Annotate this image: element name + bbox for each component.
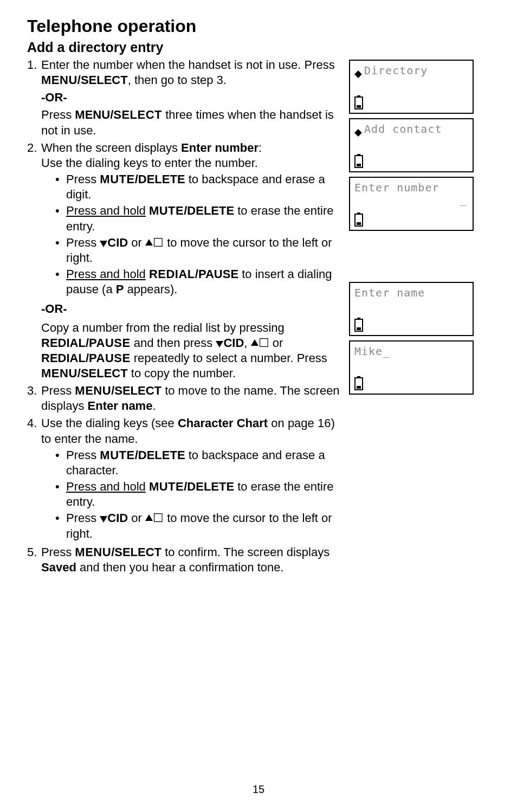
lcd-add-contact: Add contact — [349, 118, 474, 172]
step-number: 1. — [27, 57, 41, 88]
step5-tail: and then you hear a confirmation tone. — [76, 560, 284, 574]
delete-label: /DELETE — [135, 448, 185, 462]
lcd-directory: Directory — [349, 60, 474, 114]
battery-icon — [354, 95, 363, 109]
select-label: /SELECT — [111, 384, 161, 397]
mute-label: MUTE — [149, 204, 184, 217]
step3-text: Press — [41, 384, 75, 397]
or-text: or — [128, 236, 145, 249]
lcd-enter-name: Enter name — [349, 282, 474, 336]
select-label: SELECT — [113, 108, 162, 121]
comma: , — [244, 336, 250, 350]
step-number: 5. — [27, 545, 41, 575]
bullet-text: Press — [66, 172, 100, 186]
select-label: /SELECT — [77, 366, 128, 380]
step4-text: Use the dialing keys (see — [41, 416, 178, 430]
bullet-text: Press — [66, 448, 100, 462]
book-icon: ☐ — [153, 236, 164, 249]
bullet-tail: appears). — [124, 282, 177, 296]
battery-icon — [354, 212, 363, 227]
step2-text: When the screen displays — [41, 141, 181, 154]
step1-tail: , then go to step 3. — [128, 73, 227, 87]
step-number: 4. — [27, 416, 41, 542]
svg-rect-3 — [357, 105, 361, 108]
lcd-text: Mike_ — [354, 345, 390, 358]
menu-label: MENU — [41, 366, 77, 380]
down-triangle-icon — [100, 241, 107, 247]
char-chart-label: Character Chart — [178, 416, 268, 430]
select-label: /SELECT — [111, 545, 161, 559]
down-triangle-icon — [100, 516, 107, 523]
enter-name-label: Enter name — [88, 399, 153, 413]
period: . — [152, 399, 156, 413]
cid-label: CID — [107, 236, 128, 249]
up-triangle-icon — [145, 514, 153, 521]
section-heading: Add a directory entry — [27, 40, 490, 55]
diamond-icon — [354, 125, 362, 133]
press-menu-text: Press — [41, 108, 75, 121]
mute-label: MUTE — [100, 172, 134, 186]
step-number: 3. — [27, 383, 41, 414]
select-label: /SELECT — [77, 73, 128, 87]
pause-label: PAUSE — [89, 351, 131, 365]
redial-label: REDIAL — [149, 267, 195, 281]
or-label: -OR- — [41, 91, 67, 104]
bullet-text: Press — [66, 236, 100, 249]
mute-label: MUTE — [100, 448, 134, 462]
press-hold-text: Press and hold — [66, 480, 146, 493]
page-title: Telephone operation — [27, 16, 490, 36]
lcd-text: Directory — [364, 64, 428, 77]
saved-label: Saved — [41, 560, 76, 574]
delete-label: /DELETE — [184, 480, 234, 493]
down-triangle-icon — [216, 341, 223, 347]
copy-mid2: repeatedly to select a number. Press — [131, 351, 327, 365]
or-label: -OR- — [41, 302, 67, 315]
svg-rect-16 — [357, 386, 361, 389]
copy-text: Copy a number from the redial list by pr… — [41, 321, 285, 334]
bullet-tail: to move the cursor to the left or right. — [66, 511, 332, 540]
step5-text: Press — [41, 545, 75, 559]
cursor-icon: _ — [460, 193, 467, 206]
cid-label: CID — [223, 336, 244, 350]
lcd-enter-number: Enter number _ — [349, 177, 474, 231]
redial-label: REDIAL/ — [41, 351, 89, 365]
page-number: 15 — [0, 783, 517, 796]
pause-label: /PAUSE — [195, 267, 238, 281]
press-hold-text: Press and hold — [66, 267, 146, 281]
svg-rect-13 — [357, 327, 361, 330]
svg-rect-7 — [357, 164, 361, 166]
menu-label: MENU — [41, 73, 77, 87]
enter-number-label: Enter number — [181, 141, 258, 154]
or-text: or — [269, 336, 283, 350]
battery-icon — [354, 318, 363, 332]
instructions: 1. Enter the number when the handset is … — [27, 57, 342, 577]
cid-label: CID — [107, 511, 128, 525]
step1-text: Enter the number when the handset is not… — [41, 58, 335, 72]
svg-rect-10 — [357, 222, 361, 225]
press-hold-text: Press and hold — [66, 204, 146, 217]
diamond-icon — [354, 67, 362, 74]
copy-tail: to copy the number. — [128, 366, 236, 380]
lcd-column: Directory Add contact Enter number _ — [349, 57, 490, 577]
menu-label: MENU — [75, 545, 111, 559]
battery-icon — [354, 376, 363, 390]
step-number: 2. — [27, 140, 41, 381]
use-keys-text: Use the dialing keys to enter the number… — [41, 156, 258, 170]
colon: : — [258, 141, 262, 154]
bullet-text: Press — [66, 511, 100, 525]
up-triangle-icon — [145, 239, 153, 246]
book-icon: ☐ — [258, 336, 269, 350]
menu-label: MENU — [75, 384, 111, 397]
p-letter: P — [116, 282, 124, 296]
menu-label: MENU/ — [75, 108, 113, 121]
svg-marker-0 — [354, 70, 362, 78]
pause-label: PAUSE — [89, 336, 131, 350]
lcd-text: Add contact — [364, 123, 442, 136]
bullet-tail: to move the cursor to the left or right. — [66, 236, 332, 265]
battery-icon — [354, 154, 363, 168]
delete-label: /DELETE — [184, 204, 234, 217]
delete-label: /DELETE — [135, 172, 185, 186]
or-text: or — [128, 511, 145, 525]
lcd-text: Enter number — [354, 181, 440, 194]
redial-label: REDIAL/ — [41, 336, 89, 350]
